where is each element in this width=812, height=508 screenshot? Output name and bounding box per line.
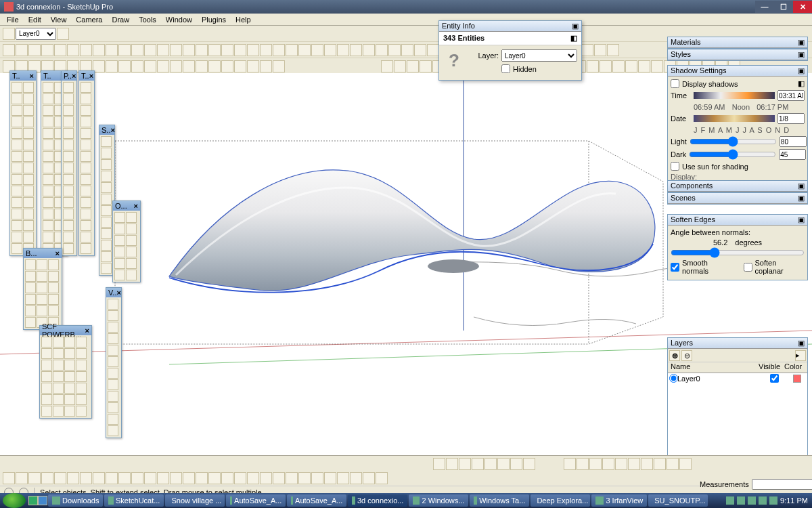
plugin-button[interactable] <box>131 472 143 484</box>
close-icon[interactable]: × <box>55 249 60 257</box>
toolbar-button[interactable] <box>587 60 599 72</box>
toolbar-button[interactable] <box>221 60 233 72</box>
tool-button[interactable] <box>63 117 74 127</box>
tool-button[interactable] <box>25 282 36 293</box>
plugin-button[interactable] <box>16 472 28 484</box>
toolbar-button[interactable] <box>80 44 92 56</box>
tool-button[interactable] <box>108 379 118 390</box>
tool-button[interactable] <box>81 128 91 139</box>
close-icon[interactable]: × <box>30 72 34 80</box>
layer-color-swatch[interactable] <box>793 375 801 383</box>
tool-button[interactable] <box>43 220 53 231</box>
tool-button[interactable] <box>41 348 52 359</box>
plugin-button[interactable] <box>273 472 285 484</box>
tool-button[interactable] <box>114 258 125 269</box>
tool-button[interactable] <box>53 371 64 382</box>
tool-button[interactable] <box>53 394 64 405</box>
tool-button[interactable] <box>108 310 118 321</box>
maximize-button[interactable]: ☐ <box>774 1 793 13</box>
toolbar-button[interactable] <box>394 60 406 72</box>
taskbar-item[interactable]: AutoSave_A... <box>287 494 346 507</box>
tool-button[interactable] <box>41 360 52 371</box>
render-button[interactable] <box>564 458 576 470</box>
tool-button[interactable] <box>108 356 118 367</box>
toolbar-button[interactable] <box>183 44 195 56</box>
toolbar-button[interactable] <box>16 44 28 56</box>
materials-tray[interactable]: Materials▣ <box>667 37 808 49</box>
collapse-icon[interactable]: ▣ <box>798 182 805 190</box>
entity-info-panel[interactable]: Entity Info▣ 343 Entities◧ ? Layer: Laye… <box>438 20 582 81</box>
taskbar-item[interactable]: Downloads <box>48 494 103 507</box>
menu-tools[interactable]: Tools <box>135 14 160 25</box>
plugin-button[interactable] <box>80 472 92 484</box>
toolbar-button[interactable] <box>407 60 419 72</box>
toolbar-button[interactable] <box>144 60 156 72</box>
tray-icon[interactable] <box>759 496 767 505</box>
palette-draw[interactable]: T..× document.write(Array.from({length:3… <box>9 70 37 256</box>
tool-button[interactable] <box>43 163 53 173</box>
plugin-button[interactable] <box>324 472 336 484</box>
tool-button[interactable] <box>126 258 137 269</box>
render-button[interactable] <box>615 458 627 470</box>
tool-button[interactable] <box>12 105 22 116</box>
plugin-button[interactable] <box>183 472 195 484</box>
toolbar-button[interactable] <box>3 44 15 56</box>
render-button[interactable] <box>654 458 666 470</box>
toolbar-button[interactable] <box>41 44 53 56</box>
collapse-icon[interactable]: ▣ <box>798 50 805 59</box>
plugin-button[interactable] <box>41 472 53 484</box>
tool-button[interactable] <box>81 232 91 242</box>
tray-icon[interactable] <box>748 496 756 505</box>
tool-button[interactable] <box>23 174 34 185</box>
tool-button[interactable] <box>43 128 53 139</box>
toolbar-button[interactable] <box>183 60 195 72</box>
tool-button[interactable] <box>64 371 75 382</box>
options-icon[interactable]: ◧ <box>798 79 805 88</box>
tool-button[interactable] <box>63 186 74 196</box>
tool-button[interactable] <box>108 391 118 402</box>
render-button[interactable] <box>628 458 640 470</box>
tool-button[interactable] <box>108 333 118 344</box>
close-icon[interactable]: × <box>116 289 120 297</box>
tool-button[interactable] <box>37 271 47 282</box>
tool-button[interactable] <box>12 151 22 162</box>
tool-button[interactable] <box>114 212 125 223</box>
tool-button[interactable] <box>63 82 74 93</box>
tool-button[interactable] <box>12 117 22 127</box>
tool-button[interactable] <box>12 232 22 242</box>
tool-button[interactable] <box>43 140 53 150</box>
tool-button[interactable] <box>43 186 53 196</box>
tool-button[interactable] <box>126 212 137 223</box>
tool-button[interactable] <box>43 82 53 93</box>
plugin-button[interactable] <box>28 472 41 484</box>
toolbar-button[interactable] <box>337 44 349 56</box>
layer-row[interactable]: Layer0 <box>668 373 807 384</box>
tool-button[interactable] <box>64 360 75 371</box>
collapse-icon[interactable]: ▣ <box>798 215 805 224</box>
tool-button[interactable] <box>114 224 125 234</box>
hidden-checkbox[interactable] <box>501 64 510 73</box>
palette-toolset-3[interactable]: P..× document.write(Array.from({length:1… <box>61 70 77 256</box>
view-preset-button[interactable] <box>459 458 471 470</box>
measurements-input[interactable] <box>752 479 812 490</box>
select-tool-icon[interactable] <box>3 28 15 40</box>
plugin-button[interactable] <box>298 472 311 484</box>
taskbar-item[interactable]: Deep Explora... <box>531 494 590 507</box>
tool-button[interactable] <box>81 186 91 196</box>
tool-button[interactable] <box>12 82 22 93</box>
plugin-button[interactable] <box>93 472 105 484</box>
scenes-tray[interactable]: Scenes▣ <box>667 192 808 205</box>
toolbar-button[interactable] <box>273 60 285 72</box>
toolbar-button[interactable] <box>234 44 246 56</box>
plugin-button[interactable] <box>106 472 118 484</box>
tool-button[interactable] <box>114 247 125 257</box>
palette-toolset-8[interactable]: V..× document.write(Array.from({length:1… <box>106 287 122 438</box>
plugin-button[interactable] <box>234 472 246 484</box>
toolbar-button[interactable] <box>118 60 131 72</box>
layer-visible-checkbox[interactable] <box>770 374 779 383</box>
plugin-button[interactable] <box>311 472 323 484</box>
toolbar-button[interactable] <box>638 60 650 72</box>
tool-button[interactable] <box>63 151 74 162</box>
tool-button[interactable] <box>48 282 59 293</box>
tool-button[interactable] <box>12 220 22 231</box>
